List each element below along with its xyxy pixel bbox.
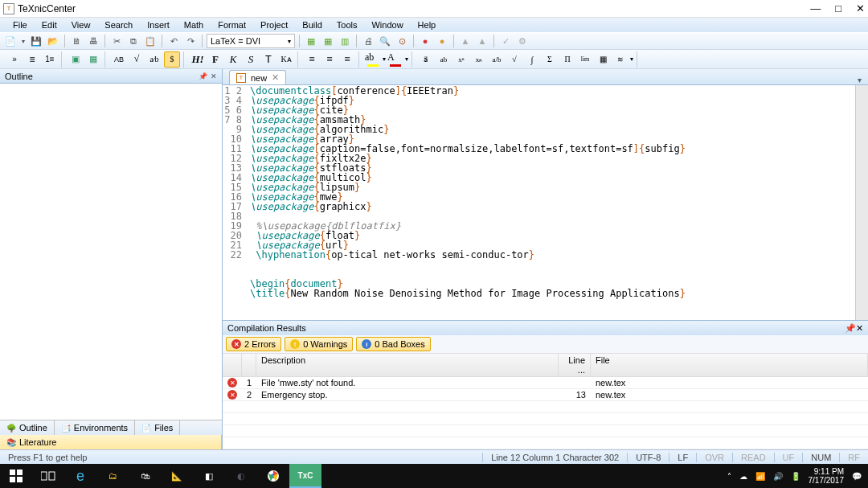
math-lim-icon[interactable]: lim	[577, 51, 593, 68]
heading-icon[interactable]: H!	[190, 51, 206, 68]
bullet-arrow-icon[interactable]: »	[6, 51, 23, 68]
store-icon[interactable]: 🛍	[129, 464, 161, 488]
build-view-icon[interactable]: ▦	[321, 34, 335, 48]
math-root-icon[interactable]: √	[506, 51, 522, 68]
math-int-icon[interactable]: ∫	[524, 51, 540, 68]
tab-close-icon[interactable]: ✕	[272, 72, 279, 83]
warnings-filter-button[interactable]: !0 Warnings	[285, 337, 353, 351]
start-button[interactable]	[0, 464, 32, 488]
nav-tab-environments[interactable]: 📑Environments	[55, 420, 135, 435]
badboxes-filter-button[interactable]: i0 Bad Boxes	[356, 337, 430, 351]
redo-icon[interactable]: ↷	[183, 34, 198, 48]
align-center-icon[interactable]: ≡	[321, 51, 338, 68]
taskview-button[interactable]	[32, 464, 64, 488]
matlab-icon[interactable]: 📐	[161, 464, 193, 488]
text-color-button[interactable]: A	[387, 51, 403, 68]
highlight-color-button[interactable]: ab	[365, 51, 381, 68]
new-file-icon[interactable]: 📄	[3, 34, 18, 48]
sqrt-icon[interactable]: √	[129, 51, 145, 68]
slant-icon[interactable]: S	[243, 51, 259, 68]
tray-wifi-icon[interactable]: 📶	[755, 472, 765, 481]
menu-edit[interactable]: Edit	[35, 18, 63, 31]
menu-file[interactable]: File	[6, 18, 34, 31]
warning-icon[interactable]: ▲	[458, 34, 473, 48]
close-button[interactable]: ✕	[856, 2, 865, 14]
tab-dropdown-icon[interactable]: ▾	[858, 76, 862, 84]
tray-up-icon[interactable]: ˄	[727, 472, 731, 481]
options-icon[interactable]: ⚙	[515, 34, 530, 48]
math-matrix-icon[interactable]: ▦	[595, 51, 611, 68]
stop-build-icon[interactable]: ●	[418, 34, 432, 48]
math-prod-icon[interactable]: Π	[559, 51, 575, 68]
vscode-icon[interactable]: ◧	[193, 464, 225, 488]
tray-cloud-icon[interactable]: ☁	[739, 472, 747, 481]
math-vec-icon[interactable]: ≋	[612, 51, 628, 68]
open-icon[interactable]: 📂	[46, 34, 60, 48]
comp-close-icon[interactable]: ✕	[856, 323, 863, 334]
chrome-icon[interactable]	[257, 464, 289, 488]
tray-notifications-icon[interactable]: 💬	[852, 472, 862, 481]
menu-tools[interactable]: Tools	[330, 18, 364, 31]
cut-icon[interactable]: ✂	[109, 34, 124, 48]
tray-volume-icon[interactable]: 🔊	[773, 472, 783, 481]
document-tab[interactable]: T new ✕	[229, 70, 286, 84]
tray-clock[interactable]: 9:11 PM 7/17/2017	[809, 467, 845, 485]
math-op1-icon[interactable]: a⃗	[418, 51, 434, 68]
error-row[interactable]: ✕2Emergency stop.13new.tex	[223, 389, 868, 401]
spell-icon[interactable]: ✓	[498, 34, 513, 48]
outline-tree[interactable]	[0, 84, 222, 420]
copy-icon[interactable]: ⧉	[126, 34, 141, 48]
output-profile-select[interactable]: LaTeX = DVI▾	[207, 34, 295, 48]
math-sup-icon[interactable]: xⁿ	[453, 51, 469, 68]
code-area[interactable]: \documentclass[conference]{IEEEtran} \us…	[247, 85, 855, 320]
save-all-icon[interactable]: 🗎	[69, 34, 84, 48]
code-editor[interactable]: 1 2 3 4 5 6 7 8 9 10 11 12 13 14 15 16 1…	[223, 85, 868, 320]
nav-tab-outline[interactable]: 🌳Outline	[0, 420, 55, 435]
vertical-scrollbar[interactable]	[855, 85, 868, 320]
bold-icon[interactable]: F	[207, 51, 223, 68]
build-all-icon[interactable]: ▥	[338, 34, 352, 48]
print-icon[interactable]: 🖶	[86, 34, 100, 48]
align-left-icon[interactable]: ≡	[304, 51, 320, 68]
save-icon[interactable]: 💾	[29, 34, 43, 48]
comp-pin-icon[interactable]: 📌	[845, 323, 856, 334]
literature-tab[interactable]: 📚Literature	[0, 435, 222, 449]
abc-icon[interactable]: AB	[111, 51, 127, 68]
minimize-button[interactable]: —	[810, 2, 821, 14]
menu-window[interactable]: Window	[365, 18, 409, 31]
panel-close-icon[interactable]: ✕	[211, 72, 217, 80]
error-row[interactable]: ✕1File 'mwe.sty' not found.new.tex	[223, 377, 868, 389]
menu-search[interactable]: Search	[98, 18, 139, 31]
menu-format[interactable]: Format	[211, 18, 252, 31]
menu-project[interactable]: Project	[254, 18, 294, 31]
italic-icon[interactable]: K	[225, 51, 241, 68]
find-icon[interactable]: 🔍	[378, 34, 392, 48]
menu-build[interactable]: Build	[296, 18, 328, 31]
badbox-icon[interactable]: ▲	[475, 34, 489, 48]
math-sum-icon[interactable]: Σ	[542, 51, 558, 68]
menu-insert[interactable]: Insert	[141, 18, 176, 31]
math-sub-icon[interactable]: xₙ	[471, 51, 487, 68]
errors-filter-button[interactable]: ✕2 Errors	[226, 337, 281, 351]
build-icon[interactable]: ▦	[304, 34, 318, 48]
new-file-dropdown-icon[interactable]: ▾	[20, 34, 27, 48]
math-op2-icon[interactable]: ab	[436, 51, 452, 68]
explorer-icon[interactable]: 🗂	[96, 464, 129, 488]
insert-figure-icon[interactable]: ▣	[68, 51, 84, 68]
align-right-icon[interactable]: ≡	[339, 51, 355, 68]
maximize-button[interactable]: □	[835, 2, 841, 14]
menu-view[interactable]: View	[65, 18, 97, 31]
dollar-icon[interactable]: $	[164, 51, 180, 68]
menu-help[interactable]: Help	[411, 18, 443, 31]
next-error-icon[interactable]: ●	[435, 34, 449, 48]
nav-tab-files[interactable]: 📄Files	[135, 420, 180, 435]
insert-table-icon[interactable]: ▦	[85, 51, 101, 68]
goto-icon[interactable]: ⊙	[395, 34, 409, 48]
bullet-list-icon[interactable]: ≡	[24, 51, 40, 68]
math-frac-icon[interactable]: a/b	[489, 51, 505, 68]
eclipse-icon[interactable]: ◐	[225, 464, 257, 488]
undo-icon[interactable]: ↶	[166, 34, 181, 48]
panel-pin-icon[interactable]: 📌	[199, 72, 207, 80]
edge-icon[interactable]: e	[64, 464, 96, 488]
number-list-icon[interactable]: 1≡	[42, 51, 58, 68]
